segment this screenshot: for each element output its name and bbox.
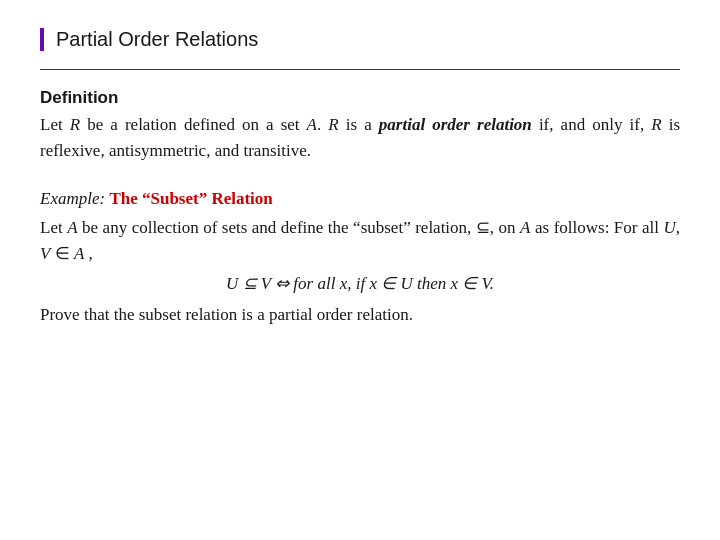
example-section: Example: The “Subset” Relation Let A be …: [40, 189, 680, 328]
example-label: Example: The “Subset” Relation: [40, 189, 680, 209]
slide-title: Partial Order Relations: [56, 28, 258, 50]
example-body: Let A be any collection of sets and defi…: [40, 215, 680, 328]
title-divider: [40, 69, 680, 70]
definition-body: Let R be a relation defined on a set A. …: [40, 112, 680, 165]
def-bold-text: partial order relation: [379, 115, 532, 134]
center-line-text: U ⊆ V ⇔ for all x, if x ∈ U then x ∈ V.: [226, 274, 494, 293]
slide-container: Partial Order Relations Definition Let R…: [0, 0, 720, 540]
definition-section: Definition Let R be a relation defined o…: [40, 88, 680, 165]
example-word: Example:: [40, 189, 109, 208]
example-center-line: U ⊆ V ⇔ for all x, if x ∈ U then x ∈ V.: [40, 271, 680, 297]
example-line3: Prove that the subset relation is a part…: [40, 305, 413, 324]
example-title: The “Subset” Relation: [109, 189, 272, 208]
def-text-1: Let R be a relation defined on a set A. …: [40, 115, 379, 134]
definition-label: Definition: [40, 88, 680, 108]
title-bar: Partial Order Relations: [40, 28, 680, 51]
example-line1: Let A be any collection of sets and defi…: [40, 218, 680, 263]
